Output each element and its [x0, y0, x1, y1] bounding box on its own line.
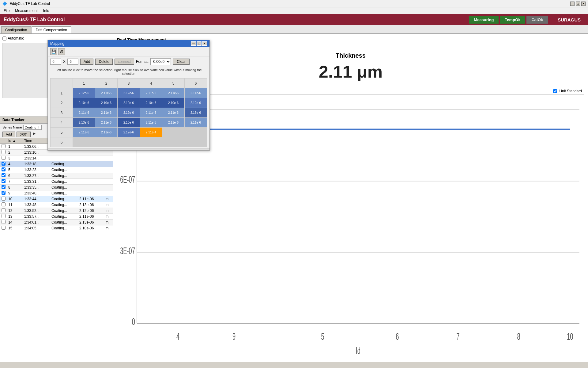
table-row[interactable]: 131:33:57...Coating...2.11e-06m [0, 214, 113, 220]
table-row[interactable]: 71:33:31...Coating... [0, 179, 113, 185]
minimize-button[interactable]: — [570, 2, 575, 6]
grid-cell[interactable]: 2.11e-6 [95, 108, 118, 118]
automatic-checkbox[interactable] [2, 36, 6, 40]
grid-cell[interactable]: 2.12e-6 [73, 88, 95, 98]
grid-cell[interactable] [162, 128, 185, 137]
row-checkbox[interactable] [2, 150, 6, 154]
clear-button[interactable]: Clear [173, 59, 190, 65]
grid-cell[interactable]: 2.12e-6 [118, 88, 140, 98]
dialog-close-button[interactable]: ✕ [202, 41, 207, 46]
grid-cell[interactable] [140, 137, 162, 147]
dialog-resize-bar[interactable] [48, 148, 209, 150]
grid-cell[interactable]: 2.11e-5 [95, 88, 118, 98]
table-row[interactable]: 31:33:14... [0, 155, 113, 161]
row-checkbox[interactable] [2, 226, 6, 230]
row-checkbox[interactable] [2, 144, 6, 148]
rows-input[interactable] [50, 59, 61, 65]
calok-button[interactable]: CalOk [526, 16, 548, 24]
delete-button[interactable]: Delete [95, 59, 113, 65]
table-row[interactable]: 51:33:23...Coating... [0, 167, 113, 173]
grid-cell[interactable]: 2.11e-6 [185, 118, 207, 128]
table-cell: 9 [7, 190, 23, 196]
row-checkbox[interactable] [2, 167, 6, 171]
grid-cell[interactable]: 2.10e-6 [73, 98, 95, 108]
maximize-button[interactable]: □ [576, 2, 580, 6]
menu-file[interactable]: File [1, 8, 12, 13]
row-header: 4 [51, 118, 73, 128]
row-checkbox[interactable] [2, 220, 6, 224]
add-button[interactable]: Add [80, 59, 93, 65]
row-checkbox[interactable] [2, 179, 6, 183]
row-checkbox[interactable] [2, 191, 6, 195]
dialog-maximize-button[interactable]: □ [197, 41, 202, 46]
grid-cell[interactable]: 2.13e-6 [73, 118, 95, 128]
grid-cell[interactable]: 2.11e-6 [95, 128, 118, 137]
grid-cell[interactable]: 2.12e-6 [185, 98, 207, 108]
grid-cell[interactable]: 2.11e-6 [162, 118, 185, 128]
menu-measurement[interactable]: Measurement [13, 8, 40, 13]
grid-cell[interactable]: 2.11e-5 [162, 88, 185, 98]
tempok-button[interactable]: TempOk [500, 16, 525, 24]
row-checkbox[interactable] [2, 162, 6, 166]
format-select[interactable]: 0.00e0 [150, 58, 171, 65]
grid-cell[interactable]: 2.11e-5 [140, 118, 162, 128]
row-checkbox[interactable] [2, 185, 6, 189]
grid-cell[interactable] [185, 128, 207, 137]
grid-cell[interactable]: 2.10e-6 [162, 98, 185, 108]
close-button[interactable]: ✕ [581, 2, 586, 6]
tab-drift-compensation[interactable]: Drift Compensation [32, 26, 71, 33]
tracker-table: Id ▲ Time Coating... 2.11e-06 m 11:33:06… [0, 138, 113, 231]
menu-info[interactable]: Info [41, 8, 52, 13]
grid-cell[interactable] [185, 137, 207, 147]
row-checkbox[interactable] [2, 208, 6, 212]
tab-configuration[interactable]: Configuration [1, 26, 31, 33]
table-row[interactable]: 61:33:27...Coating... [0, 173, 113, 179]
col-id[interactable]: Id ▲ [7, 138, 23, 144]
table-row[interactable]: 121:33:52...Coating...2.12e-06m [0, 208, 113, 214]
dialog-minimize-button[interactable]: — [191, 41, 196, 46]
table-row[interactable]: 91:33:40...Coating... [0, 190, 113, 196]
row-checkbox[interactable] [2, 173, 6, 177]
series-name-input[interactable] [23, 125, 42, 130]
grid-cell[interactable]: 2.11e-5 [140, 88, 162, 98]
grid-cell[interactable]: 2.11e-4 [140, 128, 162, 137]
row-checkbox[interactable] [2, 202, 6, 206]
grid-cell[interactable]: 2.11e-6 [73, 128, 95, 137]
table-row[interactable]: 101:33:44...Coating...2.11e-06m [0, 196, 113, 202]
unit-checkbox[interactable] [553, 89, 557, 93]
svg-text:0: 0 [132, 316, 135, 327]
grid-cell[interactable]: 2.11e-6 [95, 118, 118, 128]
grid-cell[interactable] [118, 137, 140, 147]
cols-input[interactable] [67, 59, 78, 65]
col-time[interactable]: Time [23, 138, 50, 144]
table-row[interactable]: 111:33:48...Coating...2.13e-06m [0, 202, 113, 208]
grid-cell[interactable]: 2.11e-5 [140, 108, 162, 118]
row-checkbox[interactable] [2, 214, 6, 218]
save-icon-button[interactable]: 💾 [50, 48, 57, 55]
grid-cell[interactable]: 2.11e-6 [162, 108, 185, 118]
row-checkbox[interactable] [2, 156, 6, 160]
grid-cell[interactable]: 2.10e-6 [118, 98, 140, 108]
dialog-title-bar: Mapping — □ ✕ [48, 40, 209, 47]
grid-cell[interactable]: 2.10e-6 [95, 98, 118, 108]
measuring-button[interactable]: Measuring [469, 16, 499, 24]
grid-cell[interactable]: 2.11e-6 [185, 88, 207, 98]
grid-cell[interactable] [162, 137, 185, 147]
tracker-add-button[interactable]: Add [2, 132, 15, 137]
grid-cell[interactable] [73, 137, 95, 147]
grid-cell[interactable]: 2.10e-6 [140, 98, 162, 108]
grid-cell[interactable]: 2.12e-6 [118, 108, 140, 118]
grid-cell[interactable]: 2.10e-6 [118, 118, 140, 128]
grid-cell[interactable]: 2.12e-6 [118, 128, 140, 137]
connect-button[interactable]: connect [115, 59, 134, 65]
table-row[interactable]: 151:34:05...Coating...2.10e-06m [0, 225, 113, 231]
table-row[interactable]: 81:33:35...Coating... [0, 185, 113, 190]
tracker-time-button[interactable]: 0'00" [17, 132, 31, 137]
grid-cell[interactable]: 2.11e-6 [73, 108, 95, 118]
table-row[interactable]: 141:34:01...Coating...2.13e-06m [0, 220, 113, 225]
grid-cell[interactable]: 2.13e-6 [185, 108, 207, 118]
row-checkbox[interactable] [2, 197, 6, 201]
table-row[interactable]: 41:33:18...Coating... [0, 161, 113, 167]
print-icon-button[interactable]: 🖨 [58, 48, 65, 55]
grid-cell[interactable] [95, 137, 118, 147]
